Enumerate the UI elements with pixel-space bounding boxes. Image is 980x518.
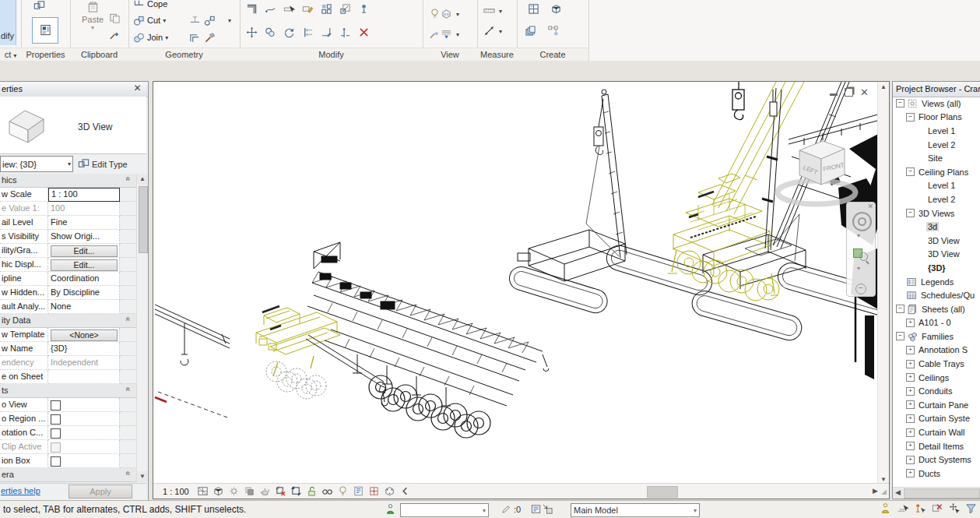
property-row[interactable]: ion Box <box>0 454 137 468</box>
tree-item-3d-view[interactable]: 3D View <box>893 234 980 248</box>
collapse-node-icon[interactable]: − <box>906 113 915 122</box>
show-rendering-icon[interactable] <box>259 485 271 497</box>
select-panel-label[interactable]: ct ▾ <box>0 48 21 61</box>
temporary-hide-icon[interactable] <box>321 485 333 497</box>
copy-move-icon[interactable] <box>265 26 276 38</box>
property-row[interactable]: o View <box>0 398 137 412</box>
property-row[interactable]: e Value 1:100 <box>0 202 137 216</box>
copy-icon[interactable] <box>109 12 121 24</box>
tree-item-legends[interactable]: Legends <box>893 275 980 289</box>
expand-node-icon[interactable]: + <box>906 456 915 464</box>
legend-view-icon[interactable] <box>528 3 539 15</box>
tree-item-3d-views[interactable]: −3D Views <box>893 206 980 220</box>
show-analytical-icon[interactable] <box>368 485 380 497</box>
collapse-node-icon[interactable]: − <box>896 332 904 340</box>
wall-corner-icon[interactable] <box>246 3 258 15</box>
ruler-icon[interactable] <box>483 5 495 16</box>
scrollbar-thumb[interactable] <box>139 186 148 253</box>
match-type-icon[interactable] <box>109 29 121 41</box>
modify-tool-button[interactable]: dify <box>0 0 16 45</box>
tree-item-ducts[interactable]: +Ducts <box>893 467 980 481</box>
collapse-section-icon[interactable]: « <box>120 174 137 187</box>
property-row[interactable]: ility/Gra...Edit... <box>0 244 137 258</box>
edit-boundary-icon[interactable] <box>302 3 314 15</box>
property-row[interactable]: otation C... <box>0 426 137 440</box>
property-row[interactable]: Clip Active <box>0 440 137 454</box>
property-section-header[interactable]: hics« <box>0 174 137 188</box>
linework-icon[interactable] <box>429 28 441 40</box>
property-row[interactable]: ail LevelFine <box>0 216 137 230</box>
delete-icon[interactable] <box>358 26 370 38</box>
unlocked-view-icon[interactable] <box>306 485 318 497</box>
crane-lattice-transporter[interactable] <box>307 242 549 438</box>
reveal-hidden-icon[interactable] <box>429 8 441 19</box>
property-row[interactable]: endencyIndependent <box>0 356 137 370</box>
tree-item-site[interactable]: Site <box>893 151 980 165</box>
close-icon[interactable]: ✕ <box>132 83 143 95</box>
edit-type-button[interactable]: Edit Type <box>78 158 128 170</box>
checkbox[interactable] <box>51 414 61 425</box>
tree-item-level-2[interactable]: Level 2 <box>893 138 980 152</box>
scroll-up-icon[interactable]: ▲ <box>137 174 148 185</box>
minimize-window-icon[interactable] <box>830 93 838 96</box>
expand-node-icon[interactable]: + <box>906 387 915 396</box>
hook-block-top[interactable] <box>732 82 744 120</box>
properties-palette-icon[interactable] <box>40 24 51 36</box>
tree-item-families[interactable]: −Families <box>893 329 980 344</box>
offset-copy-icon[interactable] <box>189 32 201 44</box>
reveal-hidden-icon[interactable] <box>337 485 349 497</box>
tree-item-conduits[interactable]: +Conduits <box>893 384 980 398</box>
trim-multi-icon[interactable] <box>339 26 351 38</box>
checkbox[interactable] <box>51 428 61 439</box>
paste-button[interactable]: Paste ▾ <box>79 2 106 31</box>
property-row[interactable]: w Scale1 : 100 <box>0 188 137 202</box>
property-row[interactable]: w Hidden...By Discipline <box>0 286 137 300</box>
crane-crawler-a[interactable] <box>507 90 715 315</box>
create-similar-icon[interactable] <box>547 25 559 37</box>
expand-node-icon[interactable]: + <box>906 469 915 477</box>
shadows-icon[interactable] <box>244 485 255 497</box>
tree-item-views-all-[interactable]: −Views (all) <box>893 97 980 111</box>
sun-path-icon[interactable] <box>228 485 240 497</box>
property-row[interactable]: w Template<None> <box>0 328 137 342</box>
property-row[interactable]: o Region ... <box>0 412 137 426</box>
property-section-header[interactable]: ity Data« <box>0 314 137 328</box>
properties-title[interactable]: erties ✕ <box>0 82 148 97</box>
checkbox[interactable] <box>51 400 61 411</box>
tree-item-level-1[interactable]: Level 1 <box>893 124 980 138</box>
property-row[interactable]: w Name{3D} <box>0 342 137 356</box>
worker-yellow-icon[interactable] <box>880 502 891 514</box>
collapse-section-icon[interactable]: « <box>120 468 137 481</box>
steering-wheel-icon[interactable] <box>852 212 872 231</box>
drag-select-icon[interactable] <box>948 502 960 514</box>
tree-item-ceiling-plans[interactable]: −Ceiling Plans <box>893 165 980 179</box>
tree-item--3d-[interactable]: {3D} <box>893 261 980 275</box>
status-dialog-icon[interactable] <box>530 503 542 515</box>
browser-horizontal-scrollbar[interactable]: ◀ <box>893 487 980 499</box>
scale-button[interactable]: 1 : 100 <box>163 487 189 496</box>
create-group-icon[interactable] <box>525 25 536 37</box>
scroll-up-icon[interactable]: ▲ <box>878 82 889 93</box>
tree-item-ceilings[interactable]: +Ceilings <box>893 371 980 385</box>
property-row[interactable]: iplineCoordination <box>0 272 137 286</box>
links-select-icon[interactable] <box>897 502 908 514</box>
collapse-left-icon[interactable] <box>399 485 411 497</box>
displacement-icon[interactable] <box>384 485 395 497</box>
cope-button[interactable]: Cope <box>133 0 167 12</box>
resize-grip[interactable]: ◢ <box>881 488 887 495</box>
move-icon[interactable] <box>246 26 258 38</box>
monorail-beam[interactable] <box>155 305 230 365</box>
horizontal-scrollbar-thumb[interactable] <box>647 486 678 498</box>
cut-button[interactable]: Cut▾ <box>133 12 166 28</box>
scroll-left-icon[interactable]: ◀ <box>893 488 903 498</box>
default-3d-icon[interactable] <box>550 3 562 15</box>
expand-node-icon[interactable]: + <box>906 346 915 354</box>
collapse-section-icon[interactable]: « <box>120 384 137 397</box>
collapse-node-icon[interactable]: − <box>906 209 915 217</box>
visual-style-icon[interactable] <box>213 485 224 497</box>
pick-wall-icon[interactable] <box>283 3 295 15</box>
edit-button[interactable]: Edit... <box>51 245 118 257</box>
collapse-section-icon[interactable]: « <box>120 314 137 327</box>
crop-view-icon[interactable] <box>275 485 286 497</box>
checkbox[interactable] <box>51 456 61 467</box>
